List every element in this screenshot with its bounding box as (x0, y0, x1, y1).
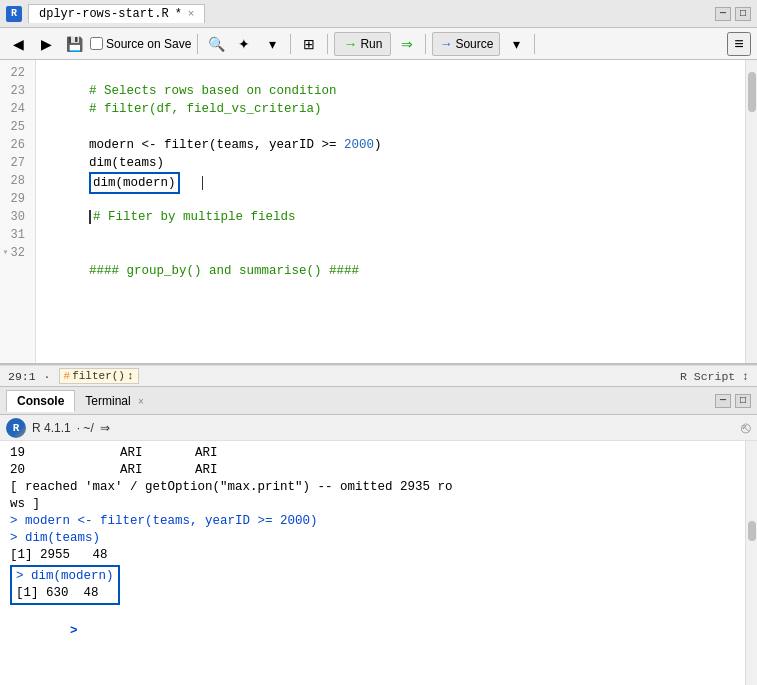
line-numbers: 22 23 24 25 26 27 28 29 30 31 ▾32 (0, 60, 36, 363)
wand-dropdown-arrow: ▾ (269, 36, 276, 52)
section-arrow-icon: ▾ (3, 244, 9, 262)
tab-terminal[interactable]: Terminal × (75, 391, 154, 411)
code-line-22: # Selects rows based on condition (44, 64, 737, 82)
save-icon: 💾 (66, 36, 83, 52)
save-btn[interactable]: 💾 (62, 32, 86, 56)
console-line-max: [ reached 'max' / getOption("max.print")… (10, 479, 735, 496)
console-controls: ─ □ (715, 394, 751, 408)
run-btn[interactable]: → Run (334, 32, 391, 56)
terminal-close-icon[interactable]: × (138, 396, 144, 407)
toolbar-sep-2 (290, 34, 291, 54)
filter-function-box[interactable]: # filter() ↕ (59, 368, 139, 384)
line-num-25: 25 (0, 118, 29, 136)
line-num-24: 24 (0, 100, 29, 118)
hamburger-icon: ≡ (734, 35, 743, 53)
line-num-29: 29 (0, 190, 29, 208)
toolbar-right: ≡ (727, 32, 751, 56)
forward-icon: ⇒ (401, 36, 413, 52)
source-on-save-label[interactable]: Source on Save (90, 37, 191, 51)
line-num-28: 28 (0, 172, 29, 190)
pages-icon: ⊞ (303, 36, 315, 52)
filter-function-label: filter() (72, 370, 125, 382)
line-num-30: 30 (0, 208, 29, 226)
tab-filename: dplyr-rows-start.R (39, 7, 169, 21)
run-arrow-icon: → (343, 36, 357, 52)
code-line-31 (44, 226, 737, 244)
editor-scrollbar[interactable] (745, 60, 757, 363)
search-btn[interactable]: 🔍 (204, 32, 228, 56)
console-prompt-symbol: > (70, 624, 85, 638)
r-logo-icon: R (6, 418, 26, 438)
source-btn[interactable]: → Source (432, 32, 500, 56)
pages-btn[interactable]: ⊞ (297, 32, 321, 56)
editor-toolbar: ◀ ▶ 💾 Source on Save 🔍 ✦ ▾ ⊞ → Run ⇒ → S… (0, 28, 757, 60)
r-nav-icon: ⇒ (100, 421, 110, 435)
script-type[interactable]: R Script ↕ (680, 370, 749, 383)
filter-dropdown-icon: ↕ (127, 370, 134, 382)
console-clear-btn[interactable]: ⎋ (741, 419, 751, 437)
source-arrow-icon: → (439, 36, 452, 51)
app-icon: R (6, 6, 22, 22)
minimize-btn[interactable]: ─ (715, 7, 731, 21)
toolbar-sep-1 (197, 34, 198, 54)
console-cmd-dimmodern: > dim(modern) (16, 568, 114, 585)
wand-dropdown-btn[interactable]: ▾ (260, 32, 284, 56)
nav-back-btn[interactable]: ◀ (6, 32, 30, 56)
code-editor[interactable]: 22 23 24 25 26 27 28 29 30 31 ▾32 # Sele… (0, 60, 757, 365)
line-num-27: 27 (0, 154, 29, 172)
console-line-ws: ws ] (10, 496, 735, 513)
editor-status-bar: 29:1 · # filter() ↕ R Script ↕ (0, 365, 757, 387)
console-output-dimmodern: [1] 630 48 (16, 585, 114, 602)
r-version-label: R 4.1.1 (32, 421, 71, 435)
wand-btn[interactable]: ✦ (232, 32, 256, 56)
line-num-26: 26 (0, 136, 29, 154)
console-content-area[interactable]: 19 ARI ARI 20 ARI ARI [ reached 'max' / … (0, 441, 757, 685)
code-line-32: #### group_by() and summarise() #### (44, 244, 737, 262)
console-prompt-line[interactable]: > (10, 606, 735, 657)
editor-scrollbar-thumb[interactable] (748, 72, 756, 112)
maximize-btn[interactable]: □ (735, 7, 751, 21)
highlighted-code: dim(modern) (89, 172, 180, 194)
wand-icon: ✦ (238, 36, 250, 52)
console-pane: Console Terminal × ─ □ R R 4.1.1 · ~/ ⇒ … (0, 387, 757, 685)
toolbar-sep-3 (327, 34, 328, 54)
nav-fwd-btn[interactable]: ▶ (34, 32, 58, 56)
console-cmd-filter: > modern <- filter(teams, yearID >= 2000… (10, 513, 735, 530)
title-bar: R dplyr-rows-start.R * × ─ □ (0, 0, 757, 28)
console-cmd-dimteams: > dim(teams) (10, 530, 735, 547)
editor-tab[interactable]: dplyr-rows-start.R * × (28, 4, 205, 23)
source-on-save-checkbox[interactable] (90, 37, 103, 50)
forward-btn[interactable]: ⇒ (395, 32, 419, 56)
toolbar-sep-4 (425, 34, 426, 54)
hamburger-menu-btn[interactable]: ≡ (727, 32, 751, 56)
search-icon: 🔍 (208, 36, 225, 52)
filter-hash-icon: # (64, 370, 71, 382)
console-maximize-btn[interactable]: □ (735, 394, 751, 408)
console-minimize-btn[interactable]: ─ (715, 394, 731, 408)
line-num-23: 23 (0, 82, 29, 100)
console-output-dimteams: [1] 2955 48 (10, 547, 735, 564)
console-scrollbar-thumb[interactable] (748, 521, 756, 541)
cursor-position: 29:1 (8, 370, 36, 383)
console-line-20: 20 ARI ARI (10, 462, 735, 479)
source-dropdown-arrow: ▾ (513, 36, 520, 52)
source-dropdown-btn[interactable]: ▾ (504, 32, 528, 56)
code-line-25: modern <- filter(teams, yearID >= 2000) (44, 118, 737, 136)
line-num-22: 22 (0, 64, 29, 82)
r-path-label: · ~/ (77, 421, 94, 435)
line-num-32: ▾32 (0, 244, 29, 262)
tab-modified: * (175, 7, 182, 21)
status-filter-info[interactable]: # filter() ↕ (59, 368, 139, 384)
tab-console[interactable]: Console (6, 390, 75, 412)
console-header: R R 4.1.1 · ~/ ⇒ ⎋ (0, 415, 757, 441)
window-controls: ─ □ (715, 7, 751, 21)
console-highlighted-block: > dim(modern) [1] 630 48 (10, 565, 120, 605)
tab-close-btn[interactable]: × (188, 8, 195, 20)
console-line-19: 19 ARI ARI (10, 445, 735, 462)
console-scrollbar[interactable] (745, 441, 757, 685)
line-num-31: 31 (0, 226, 29, 244)
console-tab-bar: Console Terminal × ─ □ (0, 387, 757, 415)
console-output[interactable]: 19 ARI ARI 20 ARI ARI [ reached 'max' / … (0, 441, 745, 685)
code-lines[interactable]: # Selects rows based on condition # filt… (36, 60, 745, 363)
toolbar-sep-5 (534, 34, 535, 54)
